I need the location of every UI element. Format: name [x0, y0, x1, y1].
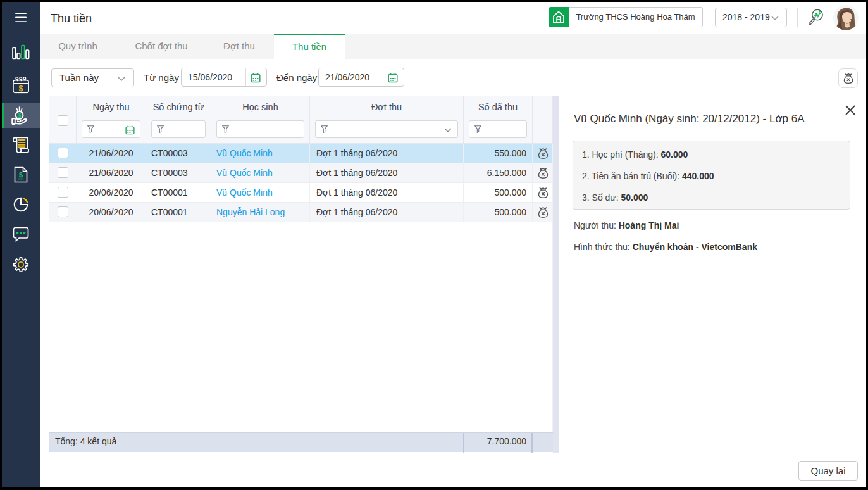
svg-text:$: $: [19, 171, 23, 179]
svg-text:$: $: [18, 111, 22, 119]
svg-text:$: $: [19, 84, 23, 93]
